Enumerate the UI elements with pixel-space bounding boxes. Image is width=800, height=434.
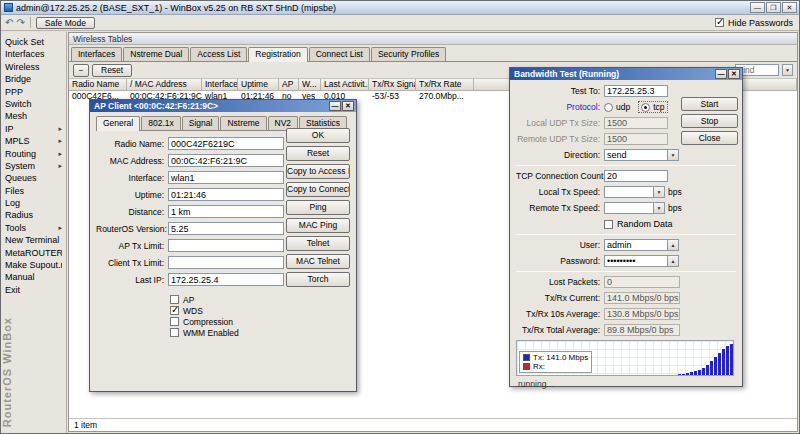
direction-select[interactable]: send <box>604 149 668 161</box>
close-button[interactable]: Close <box>681 131 738 145</box>
protocol-tcp-radio[interactable]: tcp <box>639 102 666 112</box>
sidebar-item-radius[interactable]: Radius <box>1 209 66 221</box>
sidebar-item-wireless[interactable]: Wireless <box>1 61 66 73</box>
sidebar-item-files[interactable]: Files <box>1 185 66 197</box>
close-button[interactable]: ✕ <box>782 2 797 13</box>
sidebar-item-routing[interactable]: Routing▸ <box>1 148 66 160</box>
sidebar-item-manual[interactable]: Manual <box>1 271 66 283</box>
column-header-last-activity[interactable]: Last Activit... <box>321 79 369 91</box>
tab-connect-list[interactable]: Connect List <box>309 47 370 61</box>
column-header-wds[interactable]: W... <box>299 79 321 91</box>
tab-nstreme[interactable]: Nstreme <box>220 116 266 130</box>
tab-8021x[interactable]: 802.1x <box>141 116 181 130</box>
routeros-version-field[interactable]: 5.25 <box>168 222 284 235</box>
ap-checkbox[interactable] <box>170 295 179 304</box>
undo-icon[interactable]: ↶ <box>5 18 13 28</box>
sidebar-item-queues[interactable]: Queues <box>1 172 66 184</box>
remote-tx-speed-label: Remote Tx Speed: <box>516 203 600 213</box>
maximize-button[interactable]: ❐ <box>766 2 781 13</box>
distance-field[interactable]: 1 km <box>168 205 284 218</box>
sidebar-item-tools[interactable]: Tools▸ <box>1 222 66 234</box>
password-history-arrow-icon[interactable]: ▲ <box>668 255 679 267</box>
random-data-label: Random Data <box>617 219 673 229</box>
column-header-signal[interactable]: Tx/Rx Signal... <box>369 79 416 91</box>
sidebar-item-switch[interactable]: Switch <box>1 98 66 110</box>
tab-registration[interactable]: Registration <box>248 47 307 62</box>
ap-tx-limit-label: AP Tx Limit: <box>96 241 164 251</box>
client-tx-limit-field[interactable] <box>168 256 284 269</box>
reset-button[interactable]: Reset <box>286 146 350 161</box>
column-header-radio-name[interactable]: Radio Name <box>69 79 127 91</box>
remote-tx-speed-dropdown-arrow-icon[interactable]: ▼ <box>654 202 665 214</box>
sidebar-item-system[interactable]: System▸ <box>1 160 66 172</box>
interface-field[interactable]: wlan1 <box>168 171 284 184</box>
random-data-checkbox[interactable] <box>604 220 613 229</box>
sidebar-item-new-terminal[interactable]: New Terminal <box>1 234 66 246</box>
direction-dropdown-arrow-icon[interactable]: ▼ <box>668 149 679 161</box>
sidebar-item-ppp[interactable]: PPP <box>1 86 66 98</box>
tab-access-list[interactable]: Access List <box>190 47 247 61</box>
hide-passwords-checkbox[interactable] <box>715 18 724 27</box>
remove-button[interactable]: − <box>73 64 89 77</box>
tcp-connection-count-input[interactable]: 20 <box>604 170 668 182</box>
sidebar-item-bridge[interactable]: Bridge <box>1 73 66 85</box>
user-history-arrow-icon[interactable]: ▲ <box>668 239 679 251</box>
sidebar-item-metarouter[interactable]: MetaROUTER <box>1 247 66 259</box>
column-header-ap[interactable]: AP <box>279 79 299 91</box>
mac-telnet-button[interactable]: MAC Telnet <box>286 254 350 269</box>
sidebar-item-ip[interactable]: IP▸ <box>1 123 66 135</box>
redo-icon[interactable]: ↷ <box>16 18 24 28</box>
ping-button[interactable]: Ping <box>286 200 350 215</box>
column-header-interface[interactable]: Interface <box>202 79 238 91</box>
tab-nstreme-dual[interactable]: Nstreme Dual <box>123 47 189 61</box>
sidebar-item-log[interactable]: Log <box>1 197 66 209</box>
minimize-button[interactable]: — <box>750 2 765 13</box>
close-button[interactable]: ✕ <box>342 101 354 111</box>
copy-to-access-list-button[interactable]: Copy to Access List <box>286 164 350 179</box>
sidebar-item-mesh[interactable]: Mesh <box>1 110 66 122</box>
safe-mode-button[interactable]: Safe Mode <box>36 17 95 29</box>
protocol-udp-radio[interactable]: udp <box>604 102 630 112</box>
title-bar: admin@172.25.25.2 (BASE_SXT_1) - WinBox … <box>1 1 799 15</box>
remote-udp-tx-size-label: Remote UDP Tx Size: <box>516 134 600 144</box>
sidebar-item-quick-set[interactable]: Quick Set <box>1 36 66 48</box>
reset-button[interactable]: Reset <box>92 64 132 77</box>
close-button[interactable]: ✕ <box>728 69 740 79</box>
local-tx-speed-input[interactable] <box>604 186 654 198</box>
compression-checkbox[interactable] <box>170 317 179 326</box>
sidebar-item-mpls[interactable]: MPLS▸ <box>1 135 66 147</box>
tab-interfaces[interactable]: Interfaces <box>71 47 122 61</box>
stop-button[interactable]: Stop <box>681 114 738 128</box>
start-button[interactable]: Start <box>681 97 738 111</box>
local-tx-speed-dropdown-arrow-icon[interactable]: ▼ <box>654 186 665 198</box>
password-input[interactable]: ••••••••• <box>604 255 668 267</box>
mac-address-field[interactable]: 00:0C:42:F6:21:9C <box>168 154 284 167</box>
sidebar-item-interfaces[interactable]: Interfaces <box>1 48 66 60</box>
tab-security-profiles[interactable]: Security Profiles <box>371 47 446 61</box>
sidebar-item-make-supout[interactable]: Make Supout.rif <box>1 259 66 271</box>
wmm-enabled-checkbox[interactable] <box>170 328 179 337</box>
column-header-rate[interactable]: Tx/Rx Rate <box>416 79 474 91</box>
uptime-field[interactable]: 01:21:46 <box>168 188 284 201</box>
ap-tx-limit-field[interactable] <box>168 239 284 252</box>
radio-name-label: Radio Name: <box>96 139 164 149</box>
remote-tx-speed-input[interactable] <box>604 202 654 214</box>
tab-general[interactable]: General <box>96 116 140 131</box>
wds-checkbox[interactable] <box>170 306 179 315</box>
telnet-button[interactable]: Telnet <box>286 236 350 251</box>
find-filter-dropdown[interactable]: ▼ <box>782 64 793 76</box>
sidebar-item-exit[interactable]: Exit <box>1 284 66 296</box>
tab-signal[interactable]: Signal <box>182 116 220 130</box>
minimize-button[interactable]: — <box>715 69 727 79</box>
column-header-uptime[interactable]: Uptime <box>238 79 279 91</box>
user-input[interactable]: admin <box>604 239 668 251</box>
minimize-button[interactable]: — <box>329 101 341 111</box>
torch-button[interactable]: Torch <box>286 272 350 287</box>
test-to-input[interactable]: 172.25.25.3 <box>604 85 668 97</box>
mac-ping-button[interactable]: MAC Ping <box>286 218 350 233</box>
column-header-mac-address[interactable]: / MAC Address <box>127 79 202 91</box>
ok-button[interactable]: OK <box>286 128 350 143</box>
last-ip-field[interactable]: 172.25.25.4 <box>168 273 284 286</box>
radio-name-field[interactable]: 000C42F6219C <box>168 137 284 150</box>
copy-to-connect-list-button[interactable]: Copy to Connect List <box>286 182 350 197</box>
